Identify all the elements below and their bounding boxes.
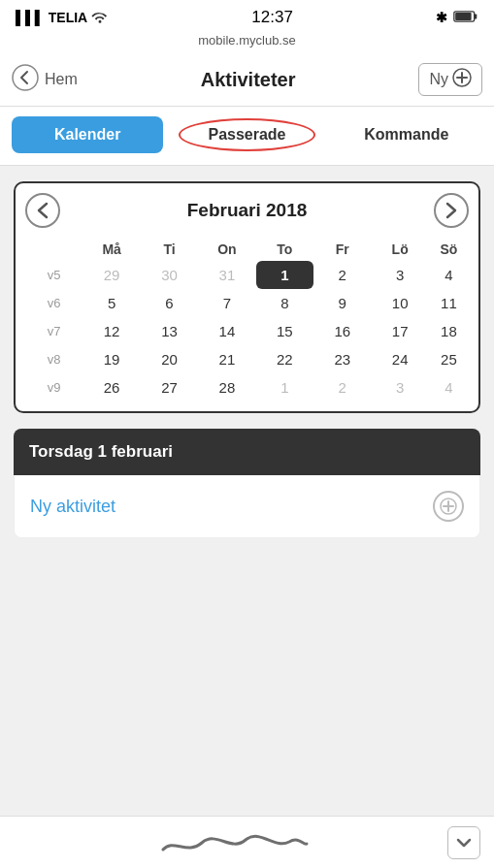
svg-rect-1 — [475, 14, 478, 18]
activity-row: Ny aktivitet — [14, 475, 480, 538]
carrier-signal: ▌▌▌ TELIA — [16, 10, 109, 26]
weekday-thu: To — [256, 238, 313, 261]
weekday-mon: Må — [82, 238, 140, 261]
cal-day-4-5[interactable]: 3 — [371, 373, 428, 402]
cal-day-4-2[interactable]: 28 — [198, 373, 255, 402]
weekday-tue: Ti — [141, 238, 198, 261]
cal-day-4-6[interactable]: 4 — [429, 373, 469, 402]
bottom-bar — [0, 816, 494, 868]
add-activity-button[interactable] — [433, 491, 464, 522]
cal-day-2-0[interactable]: 12 — [82, 317, 140, 345]
back-circle-icon — [12, 64, 39, 95]
cal-day-1-6[interactable]: 11 — [429, 289, 469, 317]
week-number-3: v8 — [25, 345, 82, 373]
cal-day-3-0[interactable]: 19 — [82, 345, 140, 373]
cal-day-2-2[interactable]: 14 — [198, 317, 255, 345]
status-time: 12:37 — [251, 8, 293, 27]
calendar-grid: Må Ti On To Fr Lö Sö v52930311234v656789… — [25, 238, 469, 402]
svg-rect-2 — [455, 13, 471, 20]
cal-day-3-2[interactable]: 21 — [198, 345, 255, 373]
bluetooth-icon: ✱ — [436, 10, 447, 25]
selected-day-label: Torsdag 1 februari — [29, 442, 173, 461]
cal-day-0-6[interactable]: 4 — [429, 261, 469, 289]
cal-day-0-2[interactable]: 31 — [198, 261, 255, 289]
cal-day-3-6[interactable]: 25 — [429, 345, 469, 373]
cal-day-2-4[interactable]: 16 — [313, 317, 371, 345]
address-bar-scribble[interactable] — [14, 828, 447, 857]
tab-bar: Kalender Passerade Kommande — [0, 107, 494, 166]
new-button[interactable]: Ny — [418, 63, 482, 96]
calendar-header: Februari 2018 — [25, 193, 469, 228]
cal-day-4-1[interactable]: 27 — [141, 373, 198, 402]
weekday-sun: Sö — [429, 238, 469, 261]
week-number-4: v9 — [25, 373, 82, 402]
cal-day-1-3[interactable]: 8 — [256, 289, 313, 317]
battery-icon — [453, 10, 478, 26]
tab-kalender[interactable]: Kalender — [12, 116, 163, 153]
cal-day-3-5[interactable]: 24 — [371, 345, 428, 373]
cal-day-3-3[interactable]: 22 — [256, 345, 313, 373]
tab-kommande[interactable]: Kommande — [331, 116, 482, 153]
scribble-drawing — [153, 828, 309, 857]
cal-day-3-1[interactable]: 20 — [141, 345, 198, 373]
cal-day-0-5[interactable]: 3 — [371, 261, 428, 289]
back-label: Hem — [45, 71, 78, 88]
cal-day-1-1[interactable]: 6 — [141, 289, 198, 317]
cal-day-1-5[interactable]: 10 — [371, 289, 428, 317]
page-title: Aktiviteter — [201, 69, 296, 91]
weekday-wed: On — [198, 238, 255, 261]
new-plus-icon — [452, 68, 472, 91]
week-number-1: v6 — [25, 289, 82, 317]
cal-day-3-4[interactable]: 23 — [313, 345, 371, 373]
cal-day-2-5[interactable]: 17 — [371, 317, 428, 345]
cal-day-2-1[interactable]: 13 — [141, 317, 198, 345]
next-month-button[interactable] — [434, 193, 469, 228]
cal-day-2-6[interactable]: 18 — [429, 317, 469, 345]
chevron-down-button[interactable] — [447, 826, 480, 859]
cal-day-1-0[interactable]: 5 — [82, 289, 140, 317]
back-button[interactable]: Hem — [12, 64, 78, 95]
selected-day-bar: Torsdag 1 februari — [14, 429, 480, 475]
cal-day-1-2[interactable]: 7 — [198, 289, 255, 317]
carrier-name: TELIA — [49, 10, 87, 25]
calendar: Februari 2018 Må Ti On To Fr Lö Sö v5293… — [14, 181, 480, 413]
cal-day-4-3[interactable]: 1 — [256, 373, 313, 402]
calendar-month-title: Februari 2018 — [187, 200, 308, 221]
cal-day-1-4[interactable]: 9 — [313, 289, 371, 317]
tab-passerade[interactable]: Passerade — [171, 116, 322, 153]
weekday-fri: Fr — [313, 238, 371, 261]
url-bar: mobile.myclub.se — [0, 31, 494, 53]
cal-day-0-0[interactable]: 29 — [82, 261, 140, 289]
cal-day-0-1[interactable]: 30 — [141, 261, 198, 289]
cal-day-2-3[interactable]: 15 — [256, 317, 313, 345]
week-num-header — [25, 238, 82, 261]
new-activity-link[interactable]: Ny aktivitet — [30, 497, 115, 517]
battery-bluetooth: ✱ — [436, 10, 478, 26]
nav-bar: Hem Aktiviteter Ny — [0, 53, 494, 107]
cal-day-4-4[interactable]: 2 — [313, 373, 371, 402]
status-bar: ▌▌▌ TELIA 12:37 ✱ — [0, 0, 494, 31]
prev-month-button[interactable] — [25, 193, 60, 228]
new-label: Ny — [429, 71, 448, 88]
weekday-sat: Lö — [371, 238, 428, 261]
signal-bars: ▌▌▌ — [16, 10, 45, 25]
cal-day-4-0[interactable]: 26 — [82, 373, 140, 402]
cal-day-0-4[interactable]: 2 — [313, 261, 371, 289]
wifi-icon — [91, 10, 109, 26]
cal-day-0-3[interactable]: 1 — [256, 261, 313, 289]
week-number-0: v5 — [25, 261, 82, 289]
week-number-2: v7 — [25, 317, 82, 345]
svg-point-3 — [13, 65, 38, 90]
